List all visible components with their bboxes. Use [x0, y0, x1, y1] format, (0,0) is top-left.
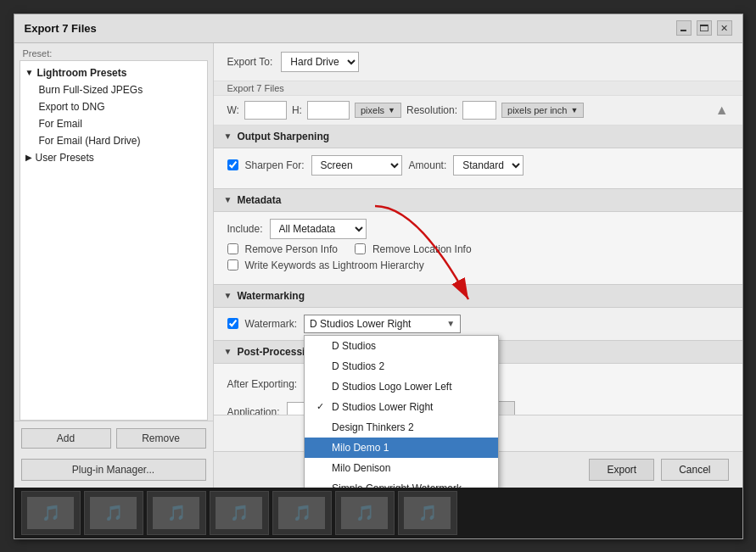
dropdown-item-milo-demo[interactable]: Milo Demo 1 [305, 438, 498, 458]
film-thumb-1[interactable]: 🎵 [21, 491, 81, 535]
metadata-header[interactable]: ▼ Metadata [214, 189, 742, 212]
sharpen-for-select[interactable]: Screen Matte Paper Glossy Paper [311, 155, 402, 176]
amount-select[interactable]: Standard Low High [453, 155, 524, 176]
film-inner-5: 🎵 [278, 497, 325, 529]
output-sharpening-title: Output Sharpening [237, 131, 329, 142]
sharpen-row: Sharpen For: Screen Matte Paper Glossy P… [227, 155, 729, 176]
minimize-button[interactable]: 🗕 [676, 20, 692, 36]
film-inner-7: 🎵 [404, 497, 451, 529]
resolution-input[interactable]: 250 [462, 101, 496, 120]
amount-label: Amount: [409, 159, 447, 171]
film-thumb-6[interactable]: 🎵 [335, 491, 395, 535]
export-to-row: Export To: Hard Drive Email [214, 43, 742, 81]
film-thumb-7[interactable]: 🎵 [398, 491, 457, 535]
preset-item-dng[interactable]: Export to DNG [20, 98, 207, 115]
pixels-unit: pixels ▼ [355, 103, 401, 118]
film-inner-2: 🎵 [90, 497, 137, 529]
user-presets-expand-icon: ▶ [25, 153, 32, 162]
film-thumb-5[interactable]: 🎵 [272, 491, 332, 535]
output-sharpening-body: Sharpen For: Screen Matte Paper Glossy P… [214, 148, 742, 188]
dropdown-item-simple-copyright[interactable]: Simple Copyright Watermark [305, 478, 498, 488]
write-keywords-label: Write Keywords as Lightroom Hierarchy [245, 259, 424, 271]
watermark-row: Watermark: D Studios Lower Right [214, 308, 742, 340]
film-thumb-2[interactable]: 🎵 [84, 491, 143, 535]
include-select[interactable]: All Metadata Copyright Only None [270, 219, 367, 239]
dropdown-item-d-studios-2[interactable]: D Studios 2 [305, 356, 498, 376]
preset-item-email-hd[interactable]: For Email (Hard Drive) [20, 132, 207, 149]
file-size-row: W: 1000 H: 1000 pixels ▼ Resolution: 250… [214, 96, 742, 125]
lightroom-presets-children: Burn Full-Sized JPEGs Export to DNG For … [20, 81, 207, 149]
application-label: Application: [227, 406, 280, 415]
ppi-unit: pixels per inch ▼ [501, 103, 584, 118]
pixels-dropdown-arrow[interactable]: ▼ [388, 106, 395, 114]
watermark-label: Watermark: [245, 318, 298, 330]
write-keywords-row: Write Keywords as Lightroom Hierarchy [227, 259, 729, 271]
remove-person-checkbox[interactable] [227, 243, 238, 254]
preset-tree: ▼ Lightroom Presets Burn Full-Sized JPEG… [20, 60, 208, 421]
watermark-dropdown-arrow-icon: ▼ [446, 319, 455, 328]
dialog-title: Export 7 Files [25, 22, 97, 35]
tree-expand-icon: ▼ [25, 68, 34, 77]
watermark-select-display[interactable]: D Studios Lower Right ▼ [304, 315, 461, 333]
height-input[interactable]: 1000 [307, 101, 350, 120]
watermarking-header[interactable]: ▼ Watermarking [214, 285, 742, 308]
user-presets-group[interactable]: ▶ User Presets [20, 149, 207, 166]
remove-person-row: Remove Person Info Remove Location Info [227, 243, 729, 255]
export-button[interactable]: Export [589, 459, 654, 481]
watermarking-section: ▼ Watermarking Watermark: [214, 285, 742, 341]
sharpen-for-label: Sharpen For: [245, 159, 305, 171]
ppi-dropdown-arrow[interactable]: ▼ [570, 106, 578, 114]
dialog-body: Preset: ▼ Lightroom Presets Burn Full-Si… [14, 43, 742, 488]
user-presets-label: User Presets [36, 152, 94, 164]
check-icon-lower-right: ✓ [316, 401, 328, 412]
dropdown-item-design-thinkers[interactable]: Design Thinkers 2 [305, 417, 498, 438]
dropdown-item-d-studios[interactable]: D Studios [305, 336, 498, 356]
watermark-checkbox[interactable] [227, 318, 238, 329]
h-label: H: [292, 104, 302, 116]
watermark-selected-value: D Studios Lower Right [310, 318, 446, 330]
include-label: Include: [227, 223, 263, 235]
preset-label: Preset: [14, 43, 213, 60]
w-label: W: [227, 104, 239, 116]
dropdown-item-logo-lower-left[interactable]: D Studios Logo Lower Left [305, 376, 498, 397]
plugin-manager-button[interactable]: Plug-in Manager... [21, 459, 206, 481]
watermark-expand-icon: ▼ [224, 291, 232, 300]
write-keywords-checkbox[interactable] [227, 259, 238, 270]
film-inner-4: 🎵 [216, 497, 262, 529]
metadata-body: Include: All Metadata Copyright Only Non… [214, 212, 742, 284]
remove-location-label: Remove Location Info [372, 243, 472, 255]
dropdown-item-milo-denison[interactable]: Milo Denison [305, 458, 498, 478]
title-bar: Export 7 Files 🗕 🗖 ✕ [14, 14, 742, 43]
remove-preset-button[interactable]: Remove [116, 428, 206, 449]
maximize-button[interactable]: 🗖 [697, 20, 712, 36]
preset-item-burn[interactable]: Burn Full-Sized JPEGs [20, 81, 207, 98]
export-to-label: Export To: [227, 56, 273, 68]
main-content: Export To: Hard Drive Email Export 7 Fil… [214, 43, 742, 488]
output-sharpening-header[interactable]: ▼ Output Sharpening [214, 125, 742, 148]
include-row: Include: All Metadata Copyright Only Non… [227, 219, 729, 239]
window-controls: 🗕 🗖 ✕ [676, 20, 732, 36]
cancel-button[interactable]: Cancel [661, 459, 728, 481]
width-input[interactable]: 1000 [244, 101, 287, 120]
remove-location-checkbox[interactable] [355, 243, 366, 254]
lightroom-presets-group[interactable]: ▼ Lightroom Presets [20, 64, 207, 81]
film-thumb-3[interactable]: 🎵 [147, 491, 206, 535]
metadata-expand-icon: ▼ [224, 195, 232, 204]
preset-item-email[interactable]: For Email [20, 115, 207, 132]
lightroom-presets-label: Lightroom Presets [36, 67, 126, 79]
post-expand-icon: ▼ [224, 347, 232, 356]
film-thumb-4[interactable]: 🎵 [210, 491, 269, 535]
sidebar: Preset: ▼ Lightroom Presets Burn Full-Si… [14, 43, 214, 488]
add-preset-button[interactable]: Add [21, 428, 111, 449]
collapse-arrow-top[interactable]: ▲ [715, 103, 729, 118]
close-button[interactable]: ✕ [717, 20, 732, 36]
sidebar-bottom: Add Remove [14, 421, 213, 455]
watermarking-title: Watermarking [237, 290, 305, 302]
metadata-section: ▼ Metadata Include: All Metadata Copyrig… [214, 189, 742, 285]
film-inner-3: 🎵 [153, 497, 199, 529]
export-to-select[interactable]: Hard Drive Email [281, 52, 359, 72]
export-dialog: Export 7 Files 🗕 🗖 ✕ Preset: ▼ Lightroom… [14, 14, 743, 539]
sharpen-checkbox[interactable] [227, 159, 238, 170]
sharpening-expand-icon: ▼ [224, 131, 232, 141]
dropdown-item-lower-right[interactable]: ✓ D Studios Lower Right [305, 397, 498, 417]
